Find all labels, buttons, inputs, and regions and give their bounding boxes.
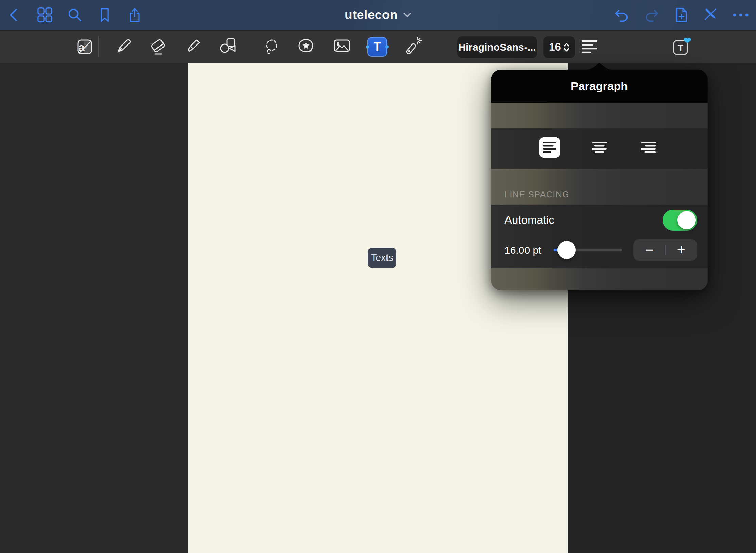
redo-icon bbox=[643, 6, 660, 24]
undo-button[interactable] bbox=[613, 6, 631, 24]
pen-icon bbox=[112, 36, 134, 58]
eraser-tool-button[interactable] bbox=[147, 36, 169, 58]
undo-icon bbox=[613, 6, 630, 24]
lasso-tool-button[interactable] bbox=[261, 36, 283, 58]
increase-spacing-button[interactable]: + bbox=[665, 239, 697, 261]
toolbar-divider bbox=[98, 36, 99, 57]
bookmark-icon bbox=[97, 6, 113, 23]
font-size-value: 16 bbox=[549, 41, 561, 53]
handwriting-tool-button[interactable]: a bbox=[74, 36, 96, 58]
image-tool-button[interactable] bbox=[331, 36, 353, 58]
line-spacing-controls: Automatic 16.00 pt − + bbox=[491, 205, 708, 268]
popover-header: Paragraph bbox=[491, 70, 708, 103]
more-button[interactable] bbox=[732, 6, 750, 24]
eraser-icon bbox=[147, 36, 169, 58]
font-size-button[interactable]: 16 bbox=[543, 36, 575, 58]
document-title[interactable]: utelecon bbox=[345, 8, 398, 22]
popover-band-bottom bbox=[491, 268, 708, 290]
popover-body: Paragraph bbox=[491, 70, 708, 290]
align-left-icon bbox=[582, 40, 597, 54]
toolbar: a bbox=[0, 30, 756, 63]
sticker-tool-button[interactable] bbox=[296, 36, 318, 58]
navbar: utelecon bbox=[0, 0, 756, 30]
svg-text:T: T bbox=[678, 43, 684, 53]
align-right-button[interactable] bbox=[637, 137, 659, 158]
automatic-toggle[interactable] bbox=[663, 210, 697, 231]
spacing-stepper: − + bbox=[633, 239, 697, 261]
title-chevron-down-icon[interactable] bbox=[403, 12, 411, 18]
readonly-mode-button[interactable] bbox=[702, 6, 719, 24]
popover-band-top bbox=[491, 103, 708, 128]
add-page-button[interactable] bbox=[673, 6, 690, 24]
app-screen: utelecon bbox=[0, 0, 756, 553]
highlighter-tool-button[interactable] bbox=[182, 36, 204, 58]
back-button[interactable] bbox=[5, 6, 23, 24]
search-icon bbox=[66, 6, 83, 23]
stepper-divider bbox=[665, 245, 666, 255]
popover-title: Paragraph bbox=[571, 79, 628, 93]
text-tool-glyph: T bbox=[374, 40, 381, 54]
text-style-button[interactable]: T bbox=[670, 36, 692, 58]
text-object[interactable]: Texts bbox=[368, 248, 396, 268]
align-center-icon bbox=[592, 142, 607, 153]
image-icon bbox=[331, 36, 353, 58]
redo-button[interactable] bbox=[643, 6, 660, 24]
decrease-spacing-button[interactable]: − bbox=[633, 239, 665, 261]
lasso-icon bbox=[261, 36, 283, 58]
search-button[interactable] bbox=[66, 6, 84, 24]
grid-icon bbox=[36, 6, 53, 23]
pen-tool-button[interactable] bbox=[112, 36, 134, 58]
text-style-heart-icon: T bbox=[670, 36, 692, 58]
ellipsis-icon bbox=[732, 6, 750, 24]
size-stepper-chevrons-icon bbox=[564, 42, 569, 52]
align-left-button-selected[interactable] bbox=[539, 137, 560, 158]
line-spacing-section: LINE SPACING bbox=[491, 169, 708, 205]
text-tool-selected-box: T bbox=[367, 37, 387, 57]
text-tool-button[interactable]: T bbox=[366, 36, 388, 58]
paragraph-popover: Paragraph bbox=[491, 70, 708, 290]
shapes-icon bbox=[217, 36, 239, 58]
sticker-star-icon bbox=[296, 36, 318, 58]
spacing-slider-thumb[interactable] bbox=[557, 241, 576, 259]
align-left-icon bbox=[543, 142, 556, 153]
line-spacing-label: LINE SPACING bbox=[504, 190, 569, 199]
back-chevron-icon bbox=[6, 6, 22, 24]
laser-pointer-icon bbox=[402, 36, 424, 58]
laser-tool-button[interactable] bbox=[402, 36, 424, 58]
font-name-label: HiraginoSans-... bbox=[458, 41, 536, 53]
spacing-value: 16.00 pt bbox=[504, 245, 541, 256]
align-right-icon bbox=[641, 142, 656, 153]
pen-cross-icon bbox=[702, 6, 719, 24]
bookmark-button[interactable] bbox=[96, 6, 114, 24]
selection-handle-left bbox=[366, 46, 369, 49]
paragraph-align-button[interactable] bbox=[580, 36, 599, 58]
thumbnails-button[interactable] bbox=[36, 6, 54, 24]
highlighter-icon bbox=[182, 36, 204, 58]
shapes-tool-button[interactable] bbox=[217, 36, 239, 58]
alignment-row bbox=[491, 128, 708, 169]
share-button[interactable] bbox=[126, 6, 143, 24]
popover-caret bbox=[587, 63, 611, 70]
svg-text:a: a bbox=[78, 41, 85, 54]
add-page-icon bbox=[673, 6, 690, 24]
selection-handle-right bbox=[385, 46, 389, 49]
share-icon bbox=[126, 6, 143, 24]
align-center-button[interactable] bbox=[588, 137, 610, 158]
handwriting-icon: a bbox=[74, 36, 96, 58]
toggle-knob bbox=[677, 211, 696, 229]
automatic-label: Automatic bbox=[504, 214, 554, 227]
text-object-label: Texts bbox=[371, 252, 393, 263]
font-name-button[interactable]: HiraginoSans-... bbox=[457, 36, 537, 58]
